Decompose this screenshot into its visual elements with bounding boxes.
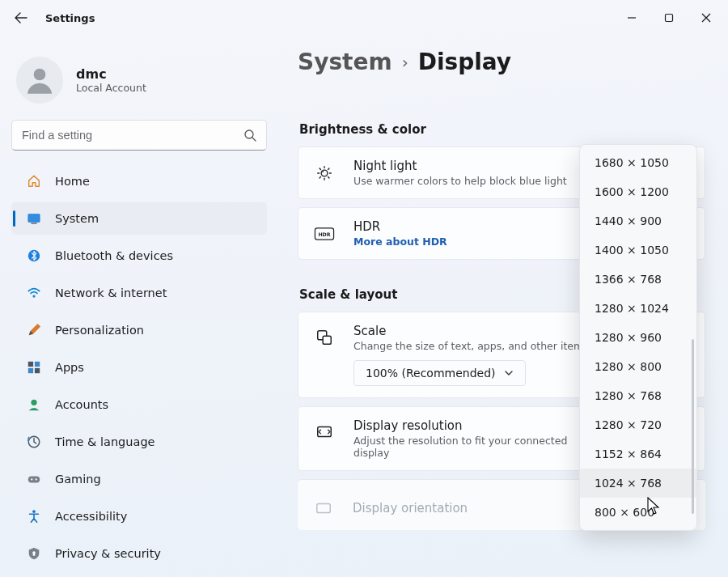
breadcrumb-parent[interactable]: System (298, 49, 392, 75)
sidebar-item-network[interactable]: Network & internet (11, 277, 267, 309)
main-content: System › Display Brightness & color Nigh… (278, 36, 728, 575)
sidebar-item-gaming[interactable]: Gaming (11, 463, 267, 495)
arrow-left-icon (15, 11, 28, 24)
card-title: Night light (353, 159, 567, 173)
sidebar-item-label: Time & language (55, 435, 155, 448)
resolution-option[interactable]: 1280 × 720 (580, 410, 696, 439)
minimize-button[interactable] (613, 4, 650, 32)
brush-icon (26, 322, 42, 338)
resolution-option[interactable]: 1280 × 1024 (580, 294, 696, 323)
search-box[interactable] (11, 120, 267, 151)
card-title: Scale (353, 324, 589, 338)
bluetooth-icon (26, 248, 42, 264)
sidebar-item-accounts[interactable]: Accounts (11, 388, 267, 421)
card-subtitle: Use warmer colors to help block blue lig… (353, 175, 567, 187)
sidebar-item-apps[interactable]: Apps (11, 351, 267, 384)
minimize-icon (627, 13, 637, 23)
sidebar: dmc Local Account Home System Bluetooth … (0, 36, 278, 575)
sidebar-item-label: Apps (55, 361, 84, 374)
card-title: HDR (353, 219, 447, 234)
gamepad-icon (26, 471, 42, 487)
sidebar-item-bluetooth[interactable]: Bluetooth & devices (11, 240, 267, 272)
svg-point-1 (34, 69, 46, 81)
resolution-option[interactable]: 1680 × 1050 (580, 148, 696, 177)
sidebar-item-label: Bluetooth & devices (55, 249, 173, 262)
svg-point-20 (322, 171, 324, 172)
sidebar-item-system[interactable]: System (11, 202, 267, 235)
svg-point-11 (31, 400, 36, 405)
svg-point-15 (36, 478, 37, 480)
sidebar-item-home[interactable]: Home (11, 165, 267, 197)
resolution-option[interactable]: 1024 × 768 (580, 469, 696, 498)
svg-point-16 (32, 510, 36, 513)
card-title: Display orientation (353, 501, 570, 515)
back-button[interactable] (15, 11, 28, 24)
resolution-option[interactable]: 1280 × 960 (580, 323, 696, 352)
resolution-option[interactable]: 1152 × 864 (580, 439, 696, 469)
svg-rect-9 (28, 368, 33, 373)
wifi-icon (26, 285, 42, 301)
sidebar-item-label: Personalization (55, 324, 144, 337)
svg-point-6 (32, 295, 35, 297)
sidebar-item-label: Accessibility (55, 510, 127, 523)
svg-point-14 (31, 478, 32, 480)
resolution-option[interactable]: 1600 × 1200 (580, 177, 696, 206)
svg-rect-13 (28, 476, 40, 482)
sidebar-item-label: Home (55, 175, 90, 188)
search-icon (243, 129, 256, 142)
hdr-more-link[interactable]: More about HDR (353, 235, 447, 248)
resolution-option[interactable]: 1280 × 768 (580, 381, 696, 410)
night-light-icon (313, 164, 336, 182)
system-icon (26, 210, 42, 227)
user-subtitle: Local Account (76, 82, 146, 94)
breadcrumb-current: Display (418, 49, 511, 75)
scale-icon (313, 329, 336, 346)
card-subtitle: Change the size of text, apps, and other… (353, 340, 589, 352)
breadcrumb: System › Display (298, 49, 705, 75)
avatar (16, 57, 63, 104)
svg-rect-25 (318, 427, 332, 437)
sidebar-item-time[interactable]: Time & language (11, 426, 267, 458)
orientation-icon (312, 499, 335, 517)
card-title: Display resolution (353, 418, 588, 433)
sidebar-item-label: Gaming (55, 473, 101, 486)
sidebar-item-privacy[interactable]: Privacy & security (11, 537, 267, 570)
close-button[interactable] (688, 4, 725, 32)
section-heading-brightness: Brightness & color (299, 122, 705, 137)
resolution-option[interactable]: 1280 × 800 (580, 352, 696, 381)
card-subtitle: Adjust the resolution to fit your connec… (353, 435, 588, 459)
sidebar-item-label: Network & internet (55, 286, 167, 299)
sidebar-item-personalization[interactable]: Personalization (11, 314, 267, 346)
clock-icon (26, 434, 42, 450)
apps-icon (26, 359, 42, 375)
resolution-dropdown[interactable]: 1680 × 1050 1600 × 1200 1440 × 900 1400 … (579, 144, 697, 531)
chevron-right-icon: › (402, 53, 408, 72)
sidebar-item-label: Privacy & security (55, 547, 161, 560)
search-input[interactable] (22, 129, 243, 142)
svg-rect-18 (33, 554, 36, 556)
svg-rect-8 (35, 362, 40, 367)
svg-point-2 (245, 130, 253, 138)
accounts-icon (26, 397, 42, 413)
resolution-option[interactable]: 800 × 600 (580, 498, 696, 527)
user-block[interactable]: dmc Local Account (11, 47, 267, 120)
person-icon (23, 63, 57, 97)
maximize-icon (664, 13, 674, 23)
scale-select[interactable]: 100% (Recommended) (353, 360, 526, 386)
resolution-option[interactable]: 1400 × 1050 (580, 235, 696, 265)
sidebar-item-accessibility[interactable]: Accessibility (11, 500, 267, 532)
sidebar-item-label: Accounts (55, 398, 108, 411)
scale-value: 100% (Recommended) (366, 367, 496, 380)
hdr-icon: HDR (313, 227, 336, 240)
user-name: dmc (76, 66, 146, 82)
resolution-option[interactable]: 1440 × 900 (580, 206, 696, 235)
resolution-option[interactable]: 1366 × 768 (580, 265, 696, 294)
svg-rect-7 (28, 362, 33, 367)
window-caption-buttons (613, 4, 725, 32)
maximize-button[interactable] (650, 4, 688, 32)
accessibility-icon (26, 508, 42, 524)
home-icon (26, 173, 42, 189)
svg-rect-10 (35, 368, 40, 373)
svg-rect-26 (317, 504, 331, 513)
titlebar: Settings (0, 0, 728, 36)
